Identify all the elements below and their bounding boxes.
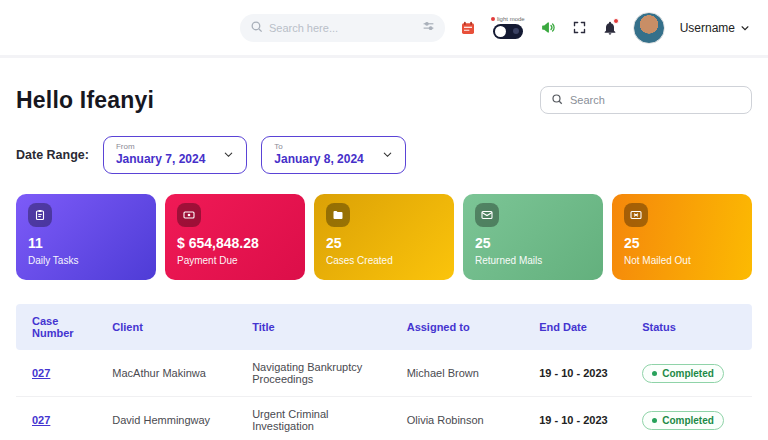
payment-icon — [177, 203, 201, 227]
stat-label: Not Mailed Out — [624, 255, 740, 266]
fullscreen-icon[interactable] — [572, 20, 587, 35]
end-date-cell: 19 - 10 - 2023 — [531, 350, 634, 397]
stat-card-cases-created: 25 Cases Created — [314, 194, 454, 280]
status-dot-icon — [652, 371, 657, 376]
chevron-down-icon — [740, 23, 750, 33]
notifications-bell-icon[interactable] — [602, 20, 618, 36]
status-badge: Completed — [642, 411, 724, 430]
stat-card-payment-due: $ 654,848.28 Payment Due — [165, 194, 305, 280]
title-cell: Urgent Criminal Investigation — [244, 397, 399, 440]
title-cell: Navigating Bankruptcy Proceedings — [244, 350, 399, 397]
status-dot-icon — [652, 418, 657, 423]
date-from-select[interactable]: From January 7, 2024 — [103, 136, 247, 174]
moon-icon — [513, 28, 519, 34]
page-search-input[interactable] — [570, 94, 741, 106]
search-icon — [551, 91, 563, 109]
stat-value: $ 654,848.28 — [177, 235, 293, 251]
stat-value: 25 — [624, 235, 740, 251]
case-number-link[interactable]: 027 — [32, 367, 50, 379]
header-client: Client — [104, 304, 244, 350]
stat-label: Returned Mails — [475, 255, 591, 266]
table-row: 027 MacAthur Makinwa Navigating Bankrupt… — [16, 350, 752, 397]
header-assigned-to: Assigned to — [399, 304, 531, 350]
topbar-search-input[interactable] — [269, 22, 416, 34]
stat-card-daily-tasks: 11 Daily Tasks — [16, 194, 156, 280]
client-cell: MacAthur Makinwa — [104, 350, 244, 397]
announcement-icon[interactable] — [540, 19, 557, 36]
status-badge: Completed — [642, 364, 724, 383]
toggle-knob — [495, 26, 506, 37]
stat-cards: 11 Daily Tasks $ 654,848.28 Payment Due … — [16, 194, 752, 280]
header-status: Status — [634, 304, 752, 350]
stat-label: Daily Tasks — [28, 255, 144, 266]
stat-value: 25 — [326, 235, 442, 251]
not-mailed-out-icon — [624, 203, 648, 227]
calendar-icon[interactable] — [460, 20, 476, 36]
date-range-label: Date Range: — [16, 148, 89, 162]
date-to-caption: To — [274, 142, 363, 151]
date-range-row: Date Range: From January 7, 2024 To Janu… — [16, 136, 752, 174]
topbar: light mode Username — [0, 0, 768, 58]
table-row: 027 David Hemmingway Urgent Criminal Inv… — [16, 397, 752, 440]
stat-card-returned-mails: 25 Returned Mails — [463, 194, 603, 280]
stat-label: Payment Due — [177, 255, 293, 266]
stat-label: Cases Created — [326, 255, 442, 266]
date-from-caption: From — [116, 142, 205, 151]
end-date-cell: 19 - 10 - 2023 — [531, 397, 634, 440]
date-to-value: January 8, 2024 — [274, 152, 363, 166]
page-title: Hello Ifeanyi — [16, 87, 154, 114]
username-label: Username — [680, 21, 735, 35]
avatar[interactable] — [633, 12, 665, 44]
light-mode-label: light mode — [491, 16, 525, 22]
chevron-down-icon — [382, 149, 393, 160]
stat-card-not-mailed-out: 25 Not Mailed Out — [612, 194, 752, 280]
assigned-to-cell: Michael Brown — [399, 350, 531, 397]
header-title: Title — [244, 304, 399, 350]
page-search[interactable] — [540, 86, 752, 114]
main-content: Hello Ifeanyi Date Range: From January 7… — [0, 58, 768, 440]
notification-badge — [613, 18, 619, 24]
stat-value: 25 — [475, 235, 591, 251]
assigned-to-cell: Olivia Robinson — [399, 397, 531, 440]
filter-icon[interactable] — [422, 19, 435, 37]
user-menu[interactable]: Username — [680, 21, 750, 35]
cases-icon — [326, 203, 350, 227]
date-from-value: January 7, 2024 — [116, 152, 205, 166]
client-cell: David Hemmingway — [104, 397, 244, 440]
returned-mails-icon — [475, 203, 499, 227]
header-case-number: Case Number — [16, 304, 104, 350]
theme-toggle-group: light mode — [491, 16, 525, 39]
tasks-icon — [28, 203, 52, 227]
theme-toggle[interactable] — [493, 24, 523, 39]
search-icon — [250, 19, 263, 37]
stat-value: 11 — [28, 235, 144, 251]
cases-table: Case Number Client Title Assigned to End… — [16, 304, 752, 440]
header-end-date: End Date — [531, 304, 634, 350]
table-header-row: Case Number Client Title Assigned to End… — [16, 304, 752, 350]
date-to-select[interactable]: To January 8, 2024 — [261, 136, 405, 174]
topbar-search[interactable] — [240, 14, 445, 42]
case-number-link[interactable]: 027 — [32, 414, 50, 426]
chevron-down-icon — [223, 149, 234, 160]
light-mode-dot-icon — [491, 17, 495, 21]
